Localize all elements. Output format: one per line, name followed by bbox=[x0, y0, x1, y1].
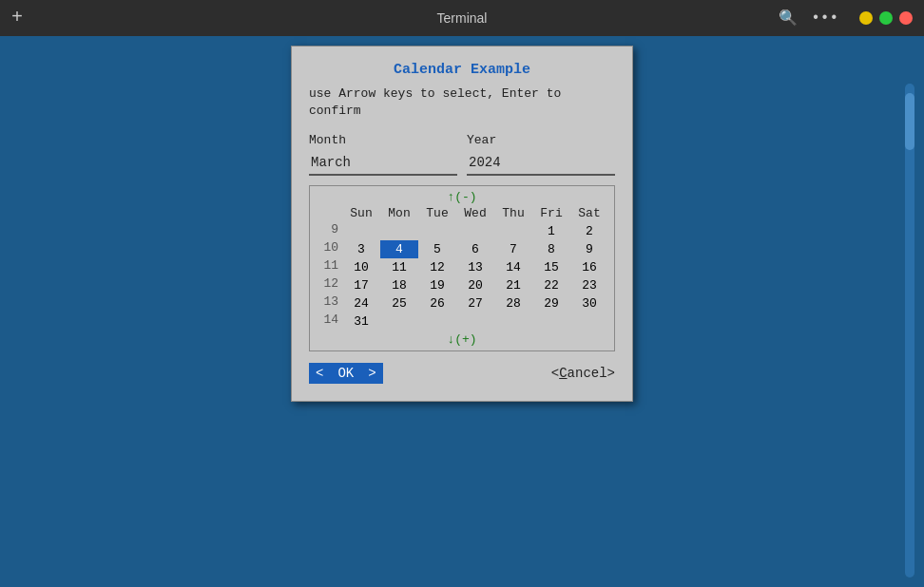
cal-day-13[interactable]: 13 bbox=[456, 258, 494, 276]
week-num-header bbox=[316, 206, 342, 220]
ok-button[interactable]: OK bbox=[330, 363, 361, 384]
cal-day-empty bbox=[456, 312, 494, 331]
year-input[interactable] bbox=[467, 151, 615, 176]
prev-button[interactable]: < bbox=[309, 363, 330, 384]
titlebar-left: + bbox=[11, 9, 23, 28]
calendar-dialog: Calendar Example use Arrow keys to selec… bbox=[291, 46, 633, 402]
week-num-10: 10 bbox=[316, 240, 342, 258]
scroll-up-indicator[interactable]: ↑(-) bbox=[316, 190, 608, 204]
fri-header: Fri bbox=[532, 206, 570, 220]
cal-day-24[interactable]: 24 bbox=[342, 294, 380, 312]
cal-day-29[interactable]: 29 bbox=[532, 294, 570, 312]
cal-day-empty bbox=[532, 312, 570, 331]
window-title: Terminal bbox=[437, 10, 488, 26]
terminal-scrollbar-thumb bbox=[905, 93, 914, 150]
month-input[interactable] bbox=[309, 151, 457, 176]
cal-day-20[interactable]: 20 bbox=[456, 276, 494, 294]
wed-header: Wed bbox=[456, 206, 494, 220]
cal-day-30[interactable]: 30 bbox=[570, 294, 608, 312]
cancel-button[interactable]: <Cancel> bbox=[551, 366, 615, 381]
field-row: Month Year bbox=[309, 133, 615, 176]
cal-day-empty bbox=[380, 312, 418, 331]
calendar-header: Sun Mon Tue Wed Thu Fri Sat bbox=[316, 206, 608, 220]
tue-header: Tue bbox=[418, 206, 456, 220]
terminal-scrollbar[interactable] bbox=[905, 84, 914, 578]
terminal-window: + Terminal 🔍 ••• Calendar Example use Ar… bbox=[0, 0, 924, 587]
week-num-13: 13 bbox=[316, 294, 342, 312]
sun-header: Sun bbox=[342, 206, 380, 220]
titlebar: + Terminal 🔍 ••• bbox=[0, 0, 924, 36]
cal-day-10[interactable]: 10 bbox=[342, 258, 380, 276]
cal-day-28[interactable]: 28 bbox=[494, 294, 532, 312]
search-icon[interactable]: 🔍 bbox=[779, 9, 798, 28]
dialog-title: Calendar Example bbox=[309, 62, 615, 78]
cal-day-2[interactable]: 2 bbox=[570, 222, 608, 240]
cal-day-27[interactable]: 27 bbox=[456, 294, 494, 312]
cal-day-empty[interactable] bbox=[380, 222, 418, 240]
cal-day-31[interactable]: 31 bbox=[342, 312, 380, 331]
cal-day-15[interactable]: 15 bbox=[532, 258, 570, 276]
terminal-content: Calendar Example use Arrow keys to selec… bbox=[0, 36, 924, 587]
mon-header: Mon bbox=[380, 206, 418, 220]
cal-day-7[interactable]: 7 bbox=[494, 240, 532, 258]
year-label: Year bbox=[467, 133, 615, 147]
cal-day-11[interactable]: 11 bbox=[380, 258, 418, 276]
cal-day-26[interactable]: 26 bbox=[418, 294, 456, 312]
cal-day-empty[interactable] bbox=[418, 222, 456, 240]
maximize-button[interactable] bbox=[879, 11, 893, 25]
calendar-widget: ↑(-) Sun Mon Tue Wed Thu Fri Sat 9 bbox=[309, 185, 615, 351]
cal-day-21[interactable]: 21 bbox=[494, 276, 532, 294]
close-button[interactable] bbox=[899, 11, 913, 25]
cal-day-4-selected[interactable]: 4 bbox=[380, 240, 418, 258]
cal-day-19[interactable]: 19 bbox=[418, 276, 456, 294]
year-field-group: Year bbox=[467, 133, 615, 176]
cal-day-16[interactable]: 16 bbox=[570, 258, 608, 276]
month-field-group: Month bbox=[309, 133, 457, 176]
cal-day-25[interactable]: 25 bbox=[380, 294, 418, 312]
week-num-12: 12 bbox=[316, 276, 342, 294]
cal-day-17[interactable]: 17 bbox=[342, 276, 380, 294]
button-row: < OK > <Cancel> bbox=[309, 363, 615, 384]
new-tab-button[interactable]: + bbox=[11, 9, 23, 28]
cal-day-1[interactable]: 1 bbox=[532, 222, 570, 240]
ok-group: < OK > bbox=[309, 363, 383, 384]
more-options-icon[interactable]: ••• bbox=[811, 9, 838, 27]
cal-day-9[interactable]: 9 bbox=[570, 240, 608, 258]
cal-day-8[interactable]: 8 bbox=[532, 240, 570, 258]
week-num-11: 11 bbox=[316, 258, 342, 276]
titlebar-right: 🔍 ••• bbox=[779, 9, 913, 28]
cal-day-18[interactable]: 18 bbox=[380, 276, 418, 294]
cal-day-empty bbox=[494, 312, 532, 331]
thu-header: Thu bbox=[494, 206, 532, 220]
cal-day-3[interactable]: 3 bbox=[342, 240, 380, 258]
scroll-down-indicator[interactable]: ↓(+) bbox=[316, 332, 608, 347]
sat-header: Sat bbox=[570, 206, 608, 220]
cal-day-22[interactable]: 22 bbox=[532, 276, 570, 294]
cal-day-23[interactable]: 23 bbox=[570, 276, 608, 294]
cal-day-6[interactable]: 6 bbox=[456, 240, 494, 258]
minimize-button[interactable] bbox=[859, 11, 873, 25]
cal-day-14[interactable]: 14 bbox=[494, 258, 532, 276]
cal-day-empty bbox=[570, 312, 608, 331]
cal-day-empty[interactable] bbox=[342, 222, 380, 240]
month-label: Month bbox=[309, 133, 457, 147]
next-button[interactable]: > bbox=[361, 363, 382, 384]
dialog-subtitle: use Arrow keys to select, Enter toconfir… bbox=[309, 85, 615, 120]
cal-day-5[interactable]: 5 bbox=[418, 240, 456, 258]
cal-day-empty[interactable] bbox=[456, 222, 494, 240]
week-num-9: 9 bbox=[316, 222, 342, 240]
cal-day-empty[interactable] bbox=[494, 222, 532, 240]
window-controls bbox=[859, 11, 913, 25]
cal-day-empty bbox=[418, 312, 456, 331]
calendar-grid: 9 1 2 10 3 4 5 6 7 8 9 bbox=[316, 222, 608, 331]
cal-day-12[interactable]: 12 bbox=[418, 258, 456, 276]
week-num-14: 14 bbox=[316, 312, 342, 331]
